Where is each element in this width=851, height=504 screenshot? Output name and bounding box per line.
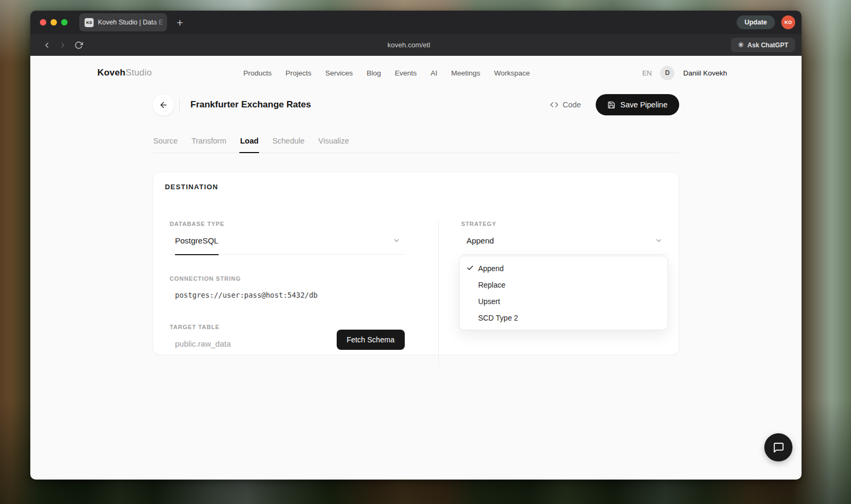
check-icon	[466, 264, 474, 272]
web-page: KovehStudio Products Projects Services B…	[30, 56, 802, 480]
tab-source[interactable]: Source	[153, 137, 178, 153]
save-pipeline-button[interactable]: Save Pipeline	[596, 94, 679, 115]
select-focus-underline	[175, 254, 219, 255]
user-name[interactable]: Daniil Kovekh	[683, 69, 727, 77]
destination-grid: DATABASE TYPE PostgreSQL	[165, 221, 667, 366]
tab-visualize[interactable]: Visualize	[318, 137, 350, 153]
code-icon	[550, 100, 558, 109]
strategy-option-scd-type-2[interactable]: SCD Type 2	[460, 309, 668, 326]
database-type-field: DATABASE TYPE PostgreSQL	[170, 221, 405, 255]
strategy-option-append[interactable]: Append	[460, 260, 668, 276]
tab-schedule[interactable]: Schedule	[272, 137, 305, 153]
strategy-dropdown: Append Replace Upsert SCD	[459, 256, 668, 330]
tab-load[interactable]: Load	[239, 137, 259, 153]
strategy-label: STRATEGY	[461, 221, 667, 227]
strategy-option-label: Append	[478, 264, 504, 273]
strategy-option-label: Replace	[478, 281, 505, 289]
destination-right-column: STRATEGY Append	[438, 221, 667, 366]
main-nav: Products Projects Services Blog Events A…	[243, 69, 530, 77]
nav-item-services[interactable]: Services	[325, 69, 353, 77]
fetch-schema-button[interactable]: Fetch Schema	[337, 330, 405, 350]
section-title: DESTINATION	[165, 183, 667, 191]
strategy-field: STRATEGY Append	[461, 221, 667, 255]
chevron-down-icon	[655, 237, 663, 245]
connection-string-value: postgres://user:pass@host:5432/db	[175, 291, 318, 299]
pipeline-title-row: Frankfurter Exchange Rates Code Save Pip…	[153, 94, 679, 115]
target-table-input[interactable]: public.raw_data	[170, 339, 231, 348]
language-selector[interactable]: EN	[642, 69, 652, 77]
chevron-down-icon	[393, 237, 401, 245]
reload-icon[interactable]	[71, 37, 87, 53]
zoom-window-button[interactable]	[61, 19, 68, 26]
code-label: Code	[563, 100, 581, 109]
page-title: Frankfurter Exchange Rates	[190, 99, 311, 110]
nav-item-meetings[interactable]: Meetings	[451, 69, 480, 77]
browser-tab[interactable]: KS Koveh Studio | Data E	[79, 13, 167, 31]
browser-update-button[interactable]: Update	[737, 15, 775, 29]
strategy-option-label: SCD Type 2	[478, 314, 518, 322]
browser-window: KS Koveh Studio | Data E + Update KO kov…	[30, 11, 802, 480]
back-icon[interactable]	[39, 37, 55, 53]
target-table-group: TARGET TABLE public.raw_data	[170, 324, 231, 348]
minimize-window-button[interactable]	[51, 19, 57, 26]
code-button[interactable]: Code	[550, 100, 581, 109]
openai-logo-icon: ✳	[738, 41, 744, 48]
nav-item-workspace[interactable]: Workspace	[494, 69, 530, 77]
save-pipeline-label: Save Pipeline	[620, 100, 668, 109]
tab-title: Koveh Studio | Data E	[98, 19, 163, 26]
nav-item-ai[interactable]: AI	[431, 69, 438, 77]
content-container: Frankfurter Exchange Rates Code Save Pip…	[153, 94, 679, 355]
target-table-value: public.raw_data	[175, 339, 231, 348]
window-controls	[40, 19, 68, 26]
site-favicon: KS	[85, 18, 94, 27]
title-actions: Code Save Pipeline	[550, 94, 679, 115]
header-right: EN D Daniil Kovekh	[642, 66, 727, 80]
strategy-value: Append	[466, 236, 494, 245]
browser-tab-bar: KS Koveh Studio | Data E + Update KO	[30, 11, 802, 34]
target-table-field: TARGET TABLE public.raw_data Fetch Schem…	[170, 322, 405, 350]
ask-chatgpt-button[interactable]: ✳ Ask ChatGPT	[731, 38, 795, 52]
chat-widget-button[interactable]	[764, 433, 792, 461]
browser-profile-avatar[interactable]: KO	[781, 15, 795, 29]
connection-string-input[interactable]: postgres://user:pass@host:5432/db	[170, 291, 405, 299]
connection-string-field: CONNECTION STRING postgres://user:pass@h…	[170, 275, 405, 299]
strategy-option-replace[interactable]: Replace	[460, 276, 668, 293]
database-type-select[interactable]: PostgreSQL	[170, 236, 405, 255]
destination-left-column: DATABASE TYPE PostgreSQL	[170, 221, 438, 366]
new-tab-button[interactable]: +	[177, 17, 183, 28]
site-logo[interactable]: KovehStudio	[97, 68, 152, 78]
forward-icon[interactable]	[55, 37, 71, 53]
arrow-left-icon	[159, 100, 168, 110]
destination-card: DESTINATION DATABASE TYPE PostgreSQL	[153, 172, 679, 355]
database-type-label: DATABASE TYPE	[170, 221, 405, 227]
address-field[interactable]: koveh.com/etl	[87, 41, 731, 49]
nav-item-projects[interactable]: Projects	[286, 69, 312, 77]
close-window-button[interactable]	[40, 19, 46, 26]
database-type-value: PostgreSQL	[175, 236, 219, 245]
tab-transform[interactable]: Transform	[191, 137, 227, 153]
chat-bubble-icon	[773, 442, 785, 453]
strategy-option-upsert[interactable]: Upsert	[460, 293, 668, 309]
save-icon	[607, 101, 615, 109]
nav-item-events[interactable]: Events	[395, 69, 416, 77]
site-header: KovehStudio Products Projects Services B…	[30, 56, 802, 90]
pipeline-tabs: Source Transform Load Schedule Visualize	[153, 137, 679, 153]
logo-bold: Koveh	[97, 68, 126, 78]
nav-item-products[interactable]: Products	[243, 69, 271, 77]
strategy-select[interactable]: Append	[461, 236, 667, 255]
ask-chatgpt-label: Ask ChatGPT	[747, 41, 788, 49]
strategy-option-label: Upsert	[478, 297, 500, 306]
back-button[interactable]	[153, 94, 174, 115]
target-table-label: TARGET TABLE	[170, 324, 231, 330]
user-avatar[interactable]: D	[660, 66, 674, 80]
nav-item-blog[interactable]: Blog	[366, 69, 381, 77]
browser-url-bar: koveh.com/etl ✳ Ask ChatGPT	[30, 34, 802, 56]
logo-light: Studio	[126, 68, 152, 78]
desktop-background: KS Koveh Studio | Data E + Update KO kov…	[0, 0, 851, 504]
connection-string-label: CONNECTION STRING	[170, 275, 405, 282]
title-divider	[179, 98, 180, 112]
